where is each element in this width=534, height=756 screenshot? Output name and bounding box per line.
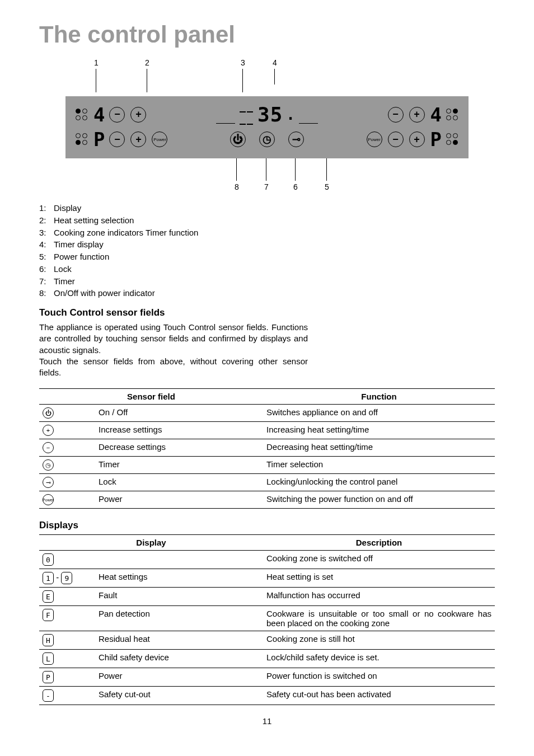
display-dash-icon: - xyxy=(43,689,54,702)
zone-indicators-icon xyxy=(238,110,254,126)
page-title: The control panel xyxy=(39,21,495,48)
heat-digit-right-bottom: P xyxy=(430,128,441,151)
minus-icon: − xyxy=(388,107,404,123)
legend-list: 1:Display 2:Heat setting selection 3:Coo… xyxy=(39,202,495,299)
callout-6: 6 xyxy=(293,182,298,191)
callout-7: 7 xyxy=(264,182,269,191)
heat-digit-right-top: 4 xyxy=(430,104,441,126)
touch-control-heading: Touch Control sensor fields xyxy=(39,307,495,318)
onoff-circle-icon: ⏻ xyxy=(43,407,54,419)
zone-indicator-dots xyxy=(446,133,458,145)
callout-5: 5 xyxy=(325,182,329,191)
callout-2: 2 xyxy=(145,58,149,67)
display-p-icon: P xyxy=(43,671,54,683)
page-number: 11 xyxy=(39,716,495,726)
plus-icon: + xyxy=(409,132,425,147)
onoff-icon: ⏻ xyxy=(230,132,246,147)
callout-1: 1 xyxy=(94,58,99,67)
key-circle-icon: ⊸ xyxy=(43,477,54,488)
display-0-icon: 0 xyxy=(43,553,54,566)
display-l-icon: L xyxy=(43,652,54,665)
power-icon: Power xyxy=(152,132,167,147)
plus-circle-icon: + xyxy=(43,425,54,436)
display-f-icon: F xyxy=(43,609,54,621)
plus-icon: + xyxy=(409,107,425,123)
control-panel-diagram: 1 2 3 4 4 − + 35. xyxy=(65,58,469,192)
callout-8: 8 xyxy=(235,182,239,191)
minus-icon: − xyxy=(109,132,125,147)
heat-digit-left-bottom: P xyxy=(93,128,104,151)
clock-icon: ◷ xyxy=(259,132,275,147)
touch-control-paragraph: The appliance is operated using Touch Co… xyxy=(39,322,308,378)
display-1-icon: 1 xyxy=(43,572,54,584)
clock-circle-icon: ◷ xyxy=(43,459,54,471)
timer-display: 35. xyxy=(257,103,296,126)
callout-4: 4 xyxy=(273,58,277,67)
display-h-icon: H xyxy=(43,634,54,646)
minus-icon: − xyxy=(109,107,125,123)
zone-indicator-dots xyxy=(446,109,458,121)
callout-3: 3 xyxy=(241,58,245,67)
power-icon: Power xyxy=(367,132,382,147)
displays-table: Display Description 0Cooking zone is swi… xyxy=(39,534,495,705)
minus-icon: − xyxy=(388,132,404,147)
display-e-icon: E xyxy=(43,590,54,603)
plus-icon: + xyxy=(130,132,146,147)
power-text-circle-icon: Power xyxy=(43,494,54,505)
display-9-icon: 9 xyxy=(61,572,72,584)
zone-indicator-dots xyxy=(76,133,88,145)
plus-icon: + xyxy=(130,107,146,123)
zone-indicator-dots xyxy=(76,109,88,121)
sensor-field-table: Sensor field Function ⏻On / OffSwitches … xyxy=(39,388,495,509)
minus-circle-icon: − xyxy=(43,442,54,453)
displays-heading: Displays xyxy=(39,520,495,531)
lock-icon: ⊸ xyxy=(288,132,304,147)
heat-digit-left-top: 4 xyxy=(93,104,104,126)
